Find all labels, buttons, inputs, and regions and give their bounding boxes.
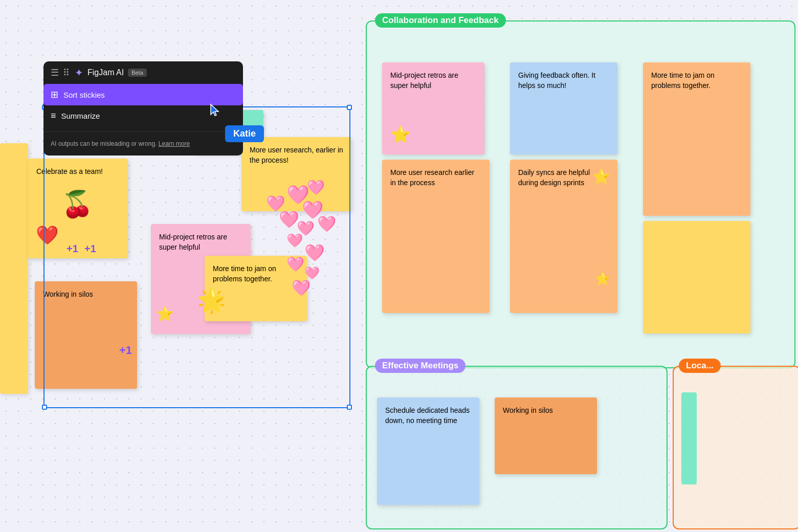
sticky-yellow-strip xyxy=(0,143,28,394)
summarize-label: Summarize xyxy=(61,112,100,120)
sticky-collab-feedback[interactable]: Giving feedback often. It helps so much! xyxy=(510,62,617,154)
sticky-meetings-schedule-text: Schedule dedicated heads down, no meetin… xyxy=(385,406,470,425)
heart-3: 🩷 xyxy=(307,179,325,196)
user-cursor-label: Katie xyxy=(225,125,264,142)
sticky-collab-feedback-text: Giving feedback often. It helps so much! xyxy=(518,71,595,90)
heart-10: 🩷 xyxy=(286,256,304,273)
sticky-collab-research-text: More user research earlier in the proces… xyxy=(390,168,474,187)
heart-12: 🩷 xyxy=(292,279,311,297)
local-section-partial: Loca... xyxy=(673,366,798,529)
heart-5: 🩷 xyxy=(279,210,299,229)
star-syncs-2: ⭐ xyxy=(595,270,610,287)
plus-one-3: +1 xyxy=(119,344,132,357)
sticky-collab-retros-text: Mid-project retros are super helpful xyxy=(390,71,458,90)
sticky-collab-research[interactable]: More user research earlier in the proces… xyxy=(382,160,490,313)
heart-8: 🩷 xyxy=(286,233,303,249)
sort-icon: ⊞ xyxy=(51,89,58,100)
toolbar-header: ☰ ⠿ ✦ FigJam AI Beta xyxy=(51,66,236,79)
heart-9: 🩷 xyxy=(304,243,325,262)
sticky-meetings-working[interactable]: Working in silos xyxy=(495,397,597,474)
sticky-collab-retros[interactable]: Mid-project retros are super helpful ⭐ xyxy=(382,62,484,154)
sticky-collab-yellow[interactable] xyxy=(643,221,750,334)
plus-one-2: +1 xyxy=(84,243,96,255)
star-syncs-1: ⭐ xyxy=(592,167,610,187)
sticky-collab-time[interactable]: More time to jam on problems together. xyxy=(643,62,750,216)
sticky-collab-syncs-text: Daily syncs are helpful during design sp… xyxy=(518,168,590,187)
sort-stickies-button[interactable]: ⊞ Sort stickies xyxy=(43,84,243,105)
list-icon: ☰ xyxy=(51,67,59,78)
collab-section-label: Collaboration and Feedback xyxy=(375,13,506,28)
heart-sticker: ❤️ xyxy=(36,223,59,248)
cherry-sticker: 🍒 xyxy=(61,189,93,219)
sticky-user-research-left-text: More user research, earlier in the proce… xyxy=(250,146,343,164)
learn-more-link[interactable]: Learn more xyxy=(159,140,190,147)
sticky-celebrate-text: Celebrate as a team! xyxy=(36,167,103,175)
selection-handle-tr[interactable] xyxy=(347,105,352,110)
toolbar-icons: ☰ ⠿ xyxy=(51,67,70,78)
collab-section: Collaboration and Feedback Mid-project r… xyxy=(366,20,795,368)
sticky-working-silos-text: Working in silos xyxy=(43,290,93,298)
disclaimer-text: AI outputs can be misleading or wrong. xyxy=(51,140,157,147)
sticky-collab-syncs[interactable]: Daily syncs are helpful during design sp… xyxy=(510,160,617,313)
sticky-meetings-working-text: Working in silos xyxy=(503,406,553,414)
star-collab-retros: ⭐ xyxy=(390,123,411,146)
sticky-collab-time-text: More time to jam on problems together. xyxy=(651,71,715,90)
selection-handle-br[interactable] xyxy=(347,405,352,410)
meetings-section-label: Effective Meetings xyxy=(375,359,465,373)
sort-stickies-label: Sort stickies xyxy=(63,91,105,99)
ai-disclaimer: AI outputs can be misleading or wrong. L… xyxy=(51,137,236,150)
summarize-button[interactable]: ≡ Summarize xyxy=(43,105,243,126)
beta-badge: Beta xyxy=(128,69,147,77)
sticky-meetings-schedule[interactable]: Schedule dedicated heads down, no meetin… xyxy=(377,397,479,505)
sticky-more-time-left-text: More time to jam on problems together. xyxy=(213,264,276,283)
local-section-label: Loca... xyxy=(679,359,721,373)
plus-one-1: +1 xyxy=(66,243,78,255)
sticky-local-partial xyxy=(681,392,697,484)
ai-title: ✦ FigJam AI Beta xyxy=(75,66,147,79)
ai-title-text: FigJam AI xyxy=(87,68,124,77)
selection-handle-bl[interactable] xyxy=(42,405,47,410)
rainbow-star-sticker: 🌟 xyxy=(197,286,226,314)
sparkle-icon: ✦ xyxy=(75,66,83,79)
sticky-mid-retros-left-text: Mid-project retros are super helpful xyxy=(159,233,227,251)
menu-divider xyxy=(43,131,243,132)
meetings-section: Effective Meetings Schedule dedicated he… xyxy=(366,366,668,529)
summarize-icon: ≡ xyxy=(51,110,56,121)
ai-toolbar: ☰ ⠿ ✦ FigJam AI Beta ⊞ Sort stickies ≡ S… xyxy=(43,61,243,156)
sticky-working-silos-left[interactable]: Working in silos xyxy=(35,281,137,389)
grid-icon: ⠿ xyxy=(63,67,70,78)
star-mid-retros: ⭐ xyxy=(156,304,174,324)
heart-7: 🩷 xyxy=(317,215,336,233)
heart-11: 🩷 xyxy=(304,266,320,280)
